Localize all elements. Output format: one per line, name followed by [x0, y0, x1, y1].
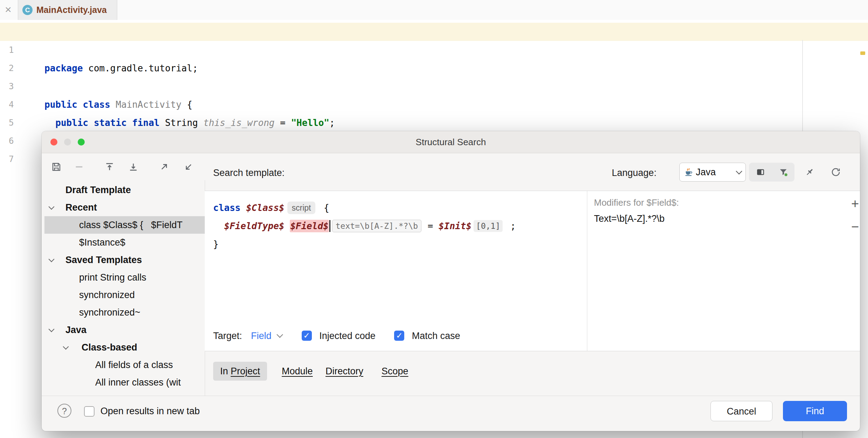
- filter-button[interactable]: [778, 167, 788, 177]
- language-label: Language:: [612, 167, 657, 179]
- help-button[interactable]: ?: [57, 404, 71, 418]
- close-icon[interactable]: ×: [5, 0, 12, 20]
- tree-item-label: All fields of a class: [95, 356, 173, 374]
- scope-tab-label: In: [220, 366, 231, 376]
- scope-tab-directory[interactable]: Directory: [326, 362, 363, 381]
- tree-item-synchronized[interactable]: synchronized: [44, 286, 205, 304]
- template-line[interactable]: $FieldType$ $Field$text=\b[A-Z].*?\b = $…: [213, 217, 516, 235]
- code-line[interactable]: 3 public class MainActivity {: [0, 59, 868, 77]
- pin-icon: [804, 167, 815, 177]
- code-line[interactable]: 1 package com.gradle.tutorial;: [0, 23, 868, 41]
- code-token: [285, 221, 290, 231]
- code-token: ;: [505, 221, 516, 231]
- remove-template-button[interactable]: [71, 159, 87, 175]
- tree-item-label: Draft Template: [65, 181, 131, 199]
- code-line[interactable]: 6 }: [0, 114, 868, 132]
- language-value: Java: [696, 167, 716, 178]
- tree-item-draft-template[interactable]: Draft Template: [44, 181, 205, 199]
- tree-item-label: $Instance$: [79, 234, 125, 251]
- tree-item-label: class $Class$ { $FieldT: [79, 216, 183, 234]
- java-class-icon: C: [22, 5, 33, 15]
- filter-icon: [778, 167, 788, 177]
- tab-title: MainActivity.java: [36, 0, 107, 20]
- template-variable: $Init$: [439, 221, 471, 231]
- chevron-down-icon[interactable]: [49, 256, 55, 262]
- tree-item-label: synchronized: [79, 286, 135, 304]
- tree-item-selected-template[interactable]: class $Class$ { $FieldT: [44, 216, 205, 234]
- code-line[interactable]: 2: [0, 41, 868, 59]
- export-to-clipboard-button[interactable]: [156, 159, 172, 175]
- tree-group-saved-templates[interactable]: Saved Templates: [44, 251, 205, 269]
- tree-group-class-based[interactable]: Class-based: [44, 339, 205, 356]
- save-icon: [51, 161, 62, 172]
- language-select[interactable]: Java: [679, 163, 746, 182]
- dialog-title: Structural Search: [42, 131, 860, 153]
- cancel-button[interactable]: Cancel: [710, 401, 772, 421]
- modifiers-title: Modifiers for $Field$:: [594, 195, 679, 210]
- scope-tab-scope[interactable]: Scope: [382, 362, 408, 381]
- tree-item-print-string-calls[interactable]: print String calls: [44, 269, 205, 286]
- error-stripe-mark: [860, 51, 865, 55]
- save-template-button[interactable]: [48, 159, 64, 175]
- script-chip[interactable]: script: [287, 202, 316, 214]
- target-label: Target:: [213, 331, 242, 341]
- search-template-editor[interactable]: class $Class$script { $FieldType$ $Field…: [205, 191, 860, 351]
- refresh-icon: [831, 167, 841, 177]
- line-number: 7: [9, 150, 14, 168]
- java-icon: [684, 168, 693, 177]
- chevron-down-icon: [276, 332, 283, 338]
- modifiers-value[interactable]: Text=\b[A-Z].*?\b: [594, 211, 665, 226]
- chevron-down-icon[interactable]: [63, 344, 69, 350]
- template-variable: $Class$: [246, 203, 285, 213]
- tree-item-label: All inner classes (wit: [95, 374, 181, 391]
- tree-item-instance[interactable]: $Instance$: [44, 234, 205, 251]
- template-line[interactable]: }: [213, 235, 219, 253]
- editor-tab-bar: × C MainActivity.java: [0, 0, 868, 20]
- code-line[interactable]: 5 public static final String THIS_IS_COR…: [0, 96, 868, 114]
- preview-toggle-button[interactable]: [756, 167, 765, 177]
- injected-code-label[interactable]: Injected code: [319, 331, 376, 341]
- code-line[interactable]: 4 public static final String this_is_wro…: [0, 77, 868, 96]
- tree-item-all-fields-of-a-class[interactable]: All fields of a class: [44, 356, 205, 374]
- export-template-button[interactable]: [125, 159, 141, 175]
- remove-modifier-button[interactable]: −: [847, 219, 863, 234]
- arrow-up-right-icon: [159, 161, 170, 172]
- reset-button[interactable]: [828, 164, 844, 180]
- scope-tab-in-project[interactable]: In Project: [213, 362, 267, 381]
- match-case-label[interactable]: Match case: [412, 331, 460, 341]
- open-results-checkbox[interactable]: [84, 406, 94, 417]
- injected-code-checkbox[interactable]: ✓: [302, 331, 312, 341]
- import-from-clipboard-button[interactable]: [181, 159, 197, 175]
- tree-item-label: Class-based: [82, 339, 137, 356]
- tree-item-all-inner-classes[interactable]: All inner classes (wit: [44, 374, 205, 391]
- footer-divider: [42, 396, 860, 396]
- template-line[interactable]: class $Class$script {: [213, 199, 329, 217]
- dialog-title-bar[interactable]: Structural Search: [42, 131, 860, 153]
- code-token: [213, 221, 224, 231]
- target-select[interactable]: Field: [251, 331, 272, 341]
- tree-item-label: Java: [65, 321, 86, 339]
- open-results-label[interactable]: Open results in new tab: [100, 401, 200, 421]
- editor-tab-mainactivity[interactable]: C MainActivity.java: [18, 0, 117, 20]
- scope-tab-module[interactable]: Module: [282, 362, 313, 381]
- count-filter-chip[interactable]: [0,1]: [474, 220, 503, 232]
- chevron-down-icon[interactable]: [49, 326, 55, 332]
- tree-group-recent[interactable]: Recent: [44, 199, 205, 216]
- template-variable-active: $Field$: [290, 220, 329, 232]
- import-template-button[interactable]: [102, 159, 118, 175]
- code-token: =: [422, 221, 439, 231]
- find-button[interactable]: Find: [783, 401, 847, 421]
- match-case-checkbox[interactable]: ✓: [394, 331, 404, 341]
- tree-item-label: Saved Templates: [65, 251, 142, 269]
- arrow-down-to-bar-icon: [128, 161, 139, 172]
- tree-item-label: synchronized~: [79, 304, 140, 321]
- add-modifier-button[interactable]: +: [847, 196, 863, 211]
- modifiers-divider: [587, 191, 587, 351]
- text-filter-chip[interactable]: text=\b[A-Z].*?\b: [332, 220, 421, 232]
- search-template-label: Search template:: [213, 167, 285, 179]
- pin-button[interactable]: [802, 164, 818, 180]
- tree-item-synchronized-tilde[interactable]: synchronized~: [44, 304, 205, 321]
- chevron-down-icon[interactable]: [49, 204, 55, 210]
- tree-group-java[interactable]: Java: [44, 321, 205, 339]
- panel-icon: [756, 167, 765, 177]
